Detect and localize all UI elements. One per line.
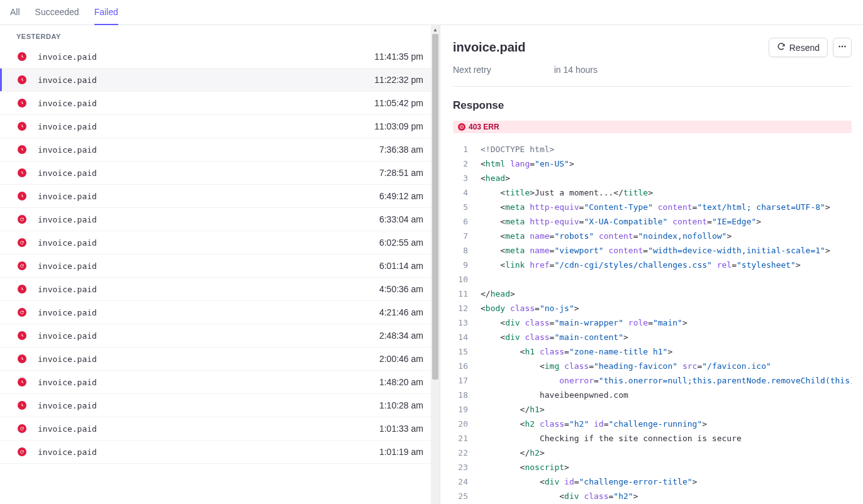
line-number: 15 (453, 344, 468, 359)
svg-point-20 (844, 46, 845, 47)
event-row[interactable]: invoice.paid1:01:19 am (0, 441, 440, 464)
code-line: 19 </h1> (453, 402, 852, 417)
event-row[interactable]: invoice.paid1:48:20 am (0, 371, 440, 394)
clock-icon (18, 331, 26, 340)
code-line: 4 <title>Just a moment...</title> (453, 185, 852, 200)
event-time: 11:05:42 pm (374, 98, 423, 108)
code-line: 16 <img class="heading-favicon" src="/fa… (453, 359, 852, 373)
clock-icon (18, 145, 26, 154)
code-line: 2<html lang="en-US"> (453, 156, 852, 171)
event-name: invoice.paid (38, 447, 379, 457)
event-name: invoice.paid (38, 215, 379, 224)
clock-icon (18, 378, 26, 386)
event-time: 6:33:04 am (379, 214, 423, 224)
filter-tabs: AllSucceededFailed (0, 0, 863, 25)
status-badge-text: 403 ERR (469, 123, 499, 131)
code-line: 20 <h2 class="h2" id="challenge-running"… (453, 417, 852, 431)
clock-icon (18, 192, 26, 200)
event-row[interactable]: invoice.paid4:21:46 am (0, 301, 440, 324)
event-time: 2:48:34 am (379, 331, 423, 341)
response-section-title: Response (453, 99, 852, 112)
line-number: 10 (453, 272, 468, 287)
next-retry-value: in 14 hours (554, 65, 598, 75)
line-number: 23 (453, 460, 468, 474)
line-number: 11 (453, 287, 468, 301)
event-row[interactable]: invoice.paid11:05:42 pm (0, 92, 440, 115)
tab-failed[interactable]: Failed (94, 0, 118, 25)
event-time: 6:02:55 am (379, 238, 423, 248)
clock-icon (18, 52, 26, 61)
code-line: 23 <noscript> (453, 460, 852, 474)
retry-icon (18, 261, 26, 270)
clock-icon (18, 122, 26, 131)
event-name: invoice.paid (38, 401, 379, 410)
event-row[interactable]: invoice.paid7:28:51 am (0, 162, 440, 185)
event-name: invoice.paid (38, 331, 379, 341)
resend-button[interactable]: Resend (769, 38, 828, 57)
event-name: invoice.paid (38, 122, 374, 131)
status-badge: 403 ERR (453, 121, 852, 133)
code-line: 5 <meta http-equiv="Content-Type" conten… (453, 200, 852, 214)
retry-icon (18, 308, 26, 317)
clock-icon (18, 75, 26, 84)
response-body[interactable]: 1<!DOCTYPE html>2<html lang="en-US">3<he… (453, 142, 852, 504)
event-row[interactable]: invoice.paid7:36:38 am (0, 138, 440, 162)
event-name: invoice.paid (38, 99, 374, 108)
more-icon (838, 42, 847, 53)
tab-all[interactable]: All (10, 0, 20, 25)
line-number: 14 (453, 330, 468, 344)
event-time: 11:41:35 pm (374, 52, 423, 62)
event-row[interactable]: invoice.paid6:02:55 am (0, 231, 440, 255)
line-number: 25 (453, 489, 468, 503)
resend-label: Resend (789, 43, 820, 53)
event-time: 11:03:09 pm (374, 121, 423, 131)
line-number: 9 (453, 258, 468, 272)
retry-icon (18, 215, 26, 224)
line-number: 21 (453, 431, 468, 446)
more-button[interactable] (833, 38, 852, 57)
clock-icon (18, 168, 26, 177)
event-row[interactable]: invoice.paid11:41:35 pm (0, 45, 440, 68)
next-retry-label: Next retry (453, 65, 491, 75)
code-line: 3<head> (453, 171, 852, 185)
line-number: 13 (453, 315, 468, 330)
event-time: 6:01:14 am (379, 261, 423, 271)
event-time: 4:50:36 am (379, 284, 423, 294)
event-time: 4:21:46 am (379, 307, 423, 317)
event-row[interactable]: invoice.paid4:50:36 am (0, 278, 440, 301)
event-time: 11:22:32 pm (374, 75, 423, 85)
event-row[interactable]: invoice.paid6:01:14 am (0, 255, 440, 278)
event-row[interactable]: invoice.paid6:49:12 am (0, 185, 440, 208)
line-number: 4 (453, 185, 468, 200)
event-time: 7:28:51 am (379, 168, 423, 178)
line-number: 2 (453, 156, 468, 171)
event-time: 6:49:12 am (379, 191, 423, 201)
retry-icon (18, 424, 26, 433)
event-row[interactable]: invoice.paid2:48:34 am (0, 324, 440, 348)
line-number: 17 (453, 373, 468, 388)
event-row[interactable]: invoice.paid6:33:04 am (0, 208, 440, 231)
group-header: YESTERDAY (0, 25, 440, 45)
event-row[interactable]: invoice.paid11:22:32 pm (0, 68, 440, 92)
code-line: 14 <div class="main-content"> (453, 330, 852, 344)
line-number: 20 (453, 417, 468, 431)
line-number: 1 (453, 142, 468, 156)
line-number: 16 (453, 359, 468, 373)
scrollbar[interactable]: ▲ (431, 25, 440, 504)
line-number: 24 (453, 474, 468, 489)
detail-meta: Next retry in 14 hours (453, 65, 852, 75)
event-row[interactable]: invoice.paid1:10:28 am (0, 394, 440, 417)
tab-succeeded[interactable]: Succeeded (35, 0, 79, 25)
event-name: invoice.paid (38, 52, 374, 62)
event-row[interactable]: invoice.paid11:03:09 pm (0, 115, 440, 138)
scrollbar-thumb[interactable] (432, 34, 438, 380)
event-name: invoice.paid (38, 192, 379, 201)
scrollbar-up-icon[interactable]: ▲ (431, 25, 440, 34)
event-row[interactable]: invoice.paid1:01:33 am (0, 417, 440, 441)
line-number: 22 (453, 446, 468, 460)
event-name: invoice.paid (38, 75, 374, 85)
event-time: 1:01:19 am (379, 447, 423, 457)
svg-point-19 (842, 46, 843, 47)
event-row[interactable]: invoice.paid2:00:46 am (0, 348, 440, 371)
error-icon (458, 123, 465, 131)
